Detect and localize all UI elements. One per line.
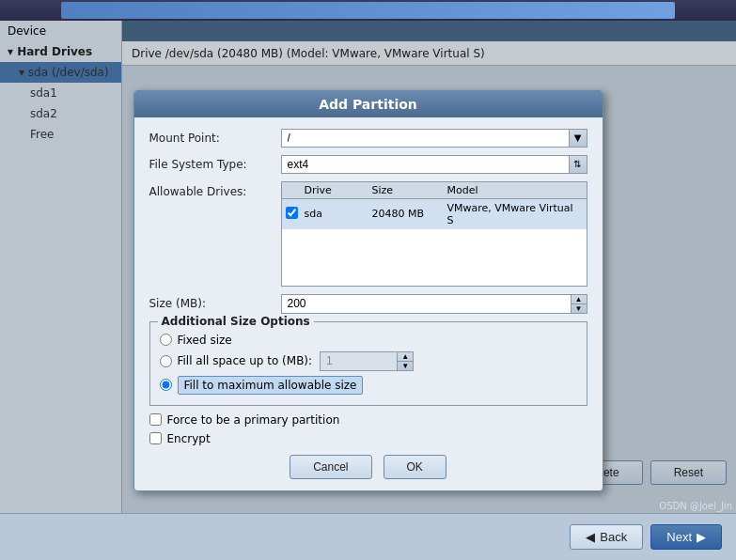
back-icon: ◀	[586, 530, 595, 544]
size-control: ▲ ▼	[281, 294, 587, 314]
mount-point-row: Mount Point: ▼	[149, 129, 587, 148]
mount-point-control: ▼	[281, 129, 587, 148]
dialog-buttons: Cancel OK	[149, 455, 587, 479]
fill-max-row: Fill to maximum allowable size	[160, 376, 577, 395]
fill-space-label: Fill all space up to (MB):	[178, 354, 313, 367]
drive-name-cell: sda	[305, 208, 372, 220]
filesystem-control: ⇅	[281, 155, 587, 174]
force-primary-row: Force to be a primary partition	[149, 413, 587, 427]
allowable-drives-label: Allowable Drives:	[149, 181, 281, 287]
fill-max-radio[interactable]	[160, 379, 172, 391]
top-bar	[0, 0, 736, 21]
fill-space-row: Fill all space up to (MB): ▲ ▼	[160, 351, 577, 371]
encrypt-label: Encrypt	[167, 432, 211, 445]
encrypt-checkbox[interactable]	[149, 432, 162, 444]
fill-space-down[interactable]: ▼	[398, 362, 413, 370]
filesystem-input[interactable]	[281, 155, 569, 174]
mount-point-arrow[interactable]: ▼	[569, 129, 587, 148]
dialog-overlay: Add Partition Mount Point: ▼ File System…	[0, 21, 736, 560]
drive-model-cell: VMware, VMware Virtual S	[447, 202, 583, 226]
additional-size-options: Additional Size Options Fixed size Fill …	[149, 321, 587, 406]
drive-checkbox-col[interactable]	[286, 207, 305, 222]
force-primary-checkbox[interactable]	[149, 413, 162, 426]
filesystem-row: File System Type: ⇅	[149, 155, 587, 174]
size-up-arrow[interactable]: ▲	[572, 295, 587, 304]
mount-point-combo[interactable]: ▼	[281, 129, 587, 148]
size-row: Size (MB): ▲ ▼	[149, 294, 587, 314]
next-icon: ▶	[697, 530, 706, 544]
dialog-body: Mount Point: ▼ File System Type: ⇅	[134, 117, 603, 490]
drives-table-header: Drive Size Model	[282, 182, 587, 199]
fill-space-input[interactable]	[320, 351, 397, 371]
bottom-nav: ◀ Back Next ▶	[0, 513, 736, 560]
col-drive-header: Drive	[305, 184, 372, 196]
next-button[interactable]: Next ▶	[650, 524, 722, 550]
back-button[interactable]: ◀ Back	[570, 524, 643, 550]
ok-button[interactable]: OK	[384, 455, 446, 479]
col-size-header: Size	[372, 184, 447, 196]
force-primary-label: Force to be a primary partition	[167, 413, 340, 427]
add-partition-dialog: Add Partition Mount Point: ▼ File System…	[133, 90, 603, 491]
encrypt-row: Encrypt	[149, 432, 587, 445]
cancel-button[interactable]: Cancel	[290, 455, 371, 479]
allowable-drives-section: Allowable Drives: Drive Size Model sda 2…	[149, 181, 587, 287]
fill-space-arrows: ▲ ▼	[397, 351, 414, 371]
back-label: Back	[600, 530, 627, 544]
drives-table-row[interactable]: sda 20480 MB VMware, VMware Virtual S	[282, 199, 587, 229]
mount-point-input[interactable]	[281, 129, 569, 148]
col-model-header: Model	[447, 184, 583, 196]
drive-checkbox[interactable]	[286, 207, 298, 219]
progress-bar	[61, 2, 675, 19]
fixed-size-label: Fixed size	[178, 334, 232, 347]
filesystem-combo[interactable]: ⇅	[281, 155, 587, 174]
size-down-arrow[interactable]: ▼	[572, 304, 587, 313]
drives-empty-area	[282, 229, 587, 286]
watermark: OSDN @Joel_Jin	[659, 501, 732, 511]
col-check-header	[286, 184, 305, 196]
dialog-title: Add Partition	[134, 91, 603, 117]
filesystem-label: File System Type:	[149, 158, 281, 171]
fill-max-label: Fill to maximum allowable size	[178, 376, 364, 395]
filesystem-arrow[interactable]: ⇅	[569, 155, 587, 174]
mount-point-label: Mount Point:	[149, 132, 281, 145]
size-input[interactable]	[281, 294, 571, 314]
drives-table: Drive Size Model sda 20480 MB VMware, VM…	[281, 181, 587, 287]
next-label: Next	[666, 530, 692, 544]
drive-size-cell: 20480 MB	[372, 208, 447, 220]
size-label: Size (MB):	[149, 297, 281, 310]
size-spinner-arrows: ▲ ▼	[571, 294, 587, 314]
options-legend: Additional Size Options	[158, 315, 314, 328]
size-spinner[interactable]: ▲ ▼	[281, 294, 587, 314]
fill-space-spinner[interactable]: ▲ ▼	[320, 351, 414, 371]
fixed-size-row: Fixed size	[160, 334, 577, 347]
fill-space-radio[interactable]	[160, 355, 172, 367]
fixed-size-radio[interactable]	[160, 334, 172, 346]
fill-space-up[interactable]: ▲	[398, 352, 413, 362]
